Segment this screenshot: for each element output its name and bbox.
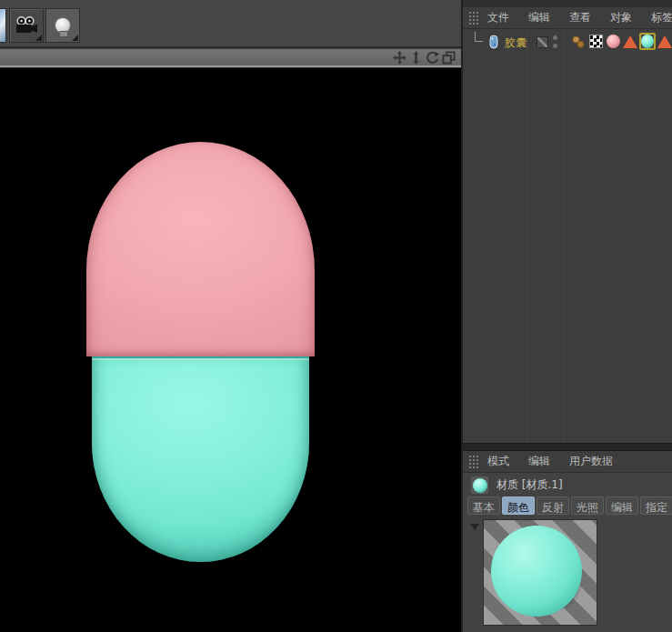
visibility-toggles[interactable] <box>553 35 558 50</box>
panel-grip-icon[interactable] <box>468 455 480 468</box>
compositing-tag-icon[interactable] <box>587 33 604 50</box>
selection-tag-icon[interactable] <box>657 33 672 50</box>
material-title: 材质 [材质.1] <box>496 477 563 493</box>
material-sphere-icon <box>473 478 487 493</box>
tab-color[interactable]: 颜色 <box>502 497 535 515</box>
application-window: 文件 编辑 查看 对象 标签 书签 胶囊 <box>0 0 672 632</box>
camera-icon <box>15 16 38 35</box>
flyout-corner-icon <box>35 35 42 41</box>
object-manager-menubar: 文件 编辑 查看 对象 标签 书签 <box>463 7 672 29</box>
tab-reflection[interactable]: 反射 <box>537 497 569 515</box>
phong-tag-icon[interactable] <box>570 33 587 50</box>
viewport-titlebar <box>0 48 461 67</box>
expander-triangle-icon[interactable] <box>470 524 479 530</box>
tag-strip <box>570 33 672 50</box>
lightbulb-icon <box>55 18 70 33</box>
top-toolbar <box>0 0 461 47</box>
tab-basic[interactable]: 基本 <box>467 497 500 515</box>
menu-item-edit[interactable]: 编辑 <box>528 10 550 25</box>
menu-item-mode[interactable]: 模式 <box>487 454 509 469</box>
capsule-primitive-icon[interactable] <box>486 35 500 53</box>
object-row-capsule[interactable]: 胶囊 <box>463 32 672 52</box>
viewport-nav <box>392 50 456 65</box>
partial-edge-button[interactable] <box>0 8 6 43</box>
panel-splitter[interactable] <box>463 443 672 451</box>
menu-item-tags[interactable]: 标签 <box>651 10 672 25</box>
column-divider <box>563 30 564 443</box>
menu-item-view[interactable]: 查看 <box>569 10 591 25</box>
panel-grip-icon[interactable] <box>468 11 480 25</box>
light-button[interactable] <box>45 8 80 43</box>
flyout-corner-icon <box>72 35 78 41</box>
preview-sphere <box>491 526 582 617</box>
capsule-bottom-half[interactable] <box>92 356 309 562</box>
material-preview[interactable] <box>483 519 597 626</box>
selection-tag-icon[interactable] <box>622 33 638 50</box>
material-tag-teal-icon[interactable] <box>639 33 656 50</box>
attribute-manager: 模式 编辑 用户数据 材质 [材质.1] 基本 颜色 反射 光照 编辑 指定 <box>463 451 672 632</box>
render-camera-button[interactable] <box>9 8 44 43</box>
material-header: 材质 [材质.1] <box>463 474 672 497</box>
layer-chip-icon[interactable] <box>537 36 548 48</box>
tab-assign[interactable]: 指定 <box>640 497 672 515</box>
material-thumbnail[interactable] <box>471 477 488 494</box>
object-manager-list: 胶囊 <box>463 30 672 443</box>
attribute-manager-menubar: 模式 编辑 用户数据 <box>463 451 672 473</box>
toggle-view-icon[interactable] <box>441 50 456 65</box>
material-tabs: 基本 颜色 反射 光照 编辑 指定 <box>467 497 672 515</box>
column-divider <box>527 30 527 443</box>
tab-editor[interactable]: 编辑 <box>606 497 638 515</box>
object-label[interactable]: 胶囊 <box>505 35 527 51</box>
material-preview-area <box>463 518 672 632</box>
object-manager-topstrip <box>463 0 672 7</box>
capsule-top-half[interactable] <box>86 142 315 356</box>
dolly-icon[interactable] <box>408 50 423 65</box>
menu-item-object[interactable]: 对象 <box>610 10 632 25</box>
viewport-3d[interactable] <box>0 68 461 632</box>
menu-item-user-data[interactable]: 用户数据 <box>569 454 613 469</box>
tab-illumination[interactable]: 光照 <box>571 497 604 515</box>
menu-item-file[interactable]: 文件 <box>487 10 509 25</box>
menu-item-edit[interactable]: 编辑 <box>528 454 550 469</box>
right-panel: 文件 编辑 查看 对象 标签 书签 胶囊 <box>461 0 672 632</box>
material-tag-pink-icon[interactable] <box>605 33 621 50</box>
tree-branch-icon <box>475 32 483 42</box>
rotate-icon[interactable] <box>425 50 439 65</box>
pan-icon[interactable] <box>392 50 406 65</box>
